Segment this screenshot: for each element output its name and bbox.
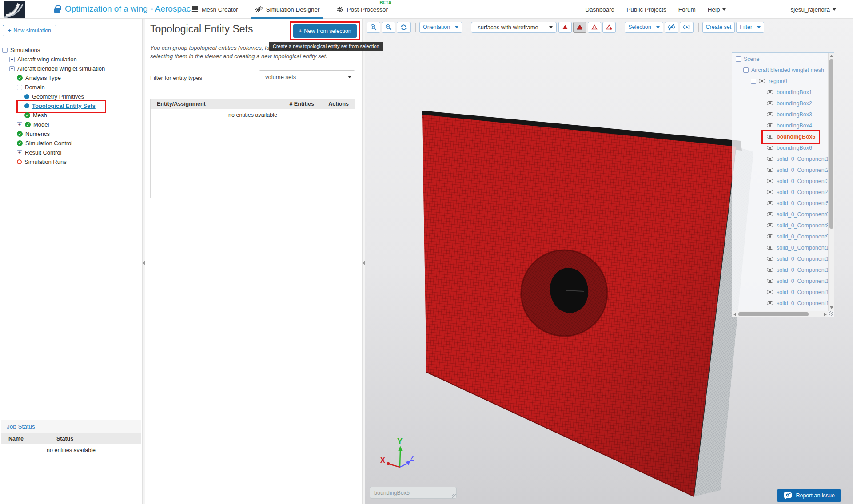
scene-tree-item[interactable]: solid_0_Component2 [732,164,828,175]
scroll-up-icon[interactable] [830,55,833,57]
filter-menu-button[interactable]: Filter [736,22,764,33]
scene-tree-item[interactable]: solid_0_Component4 [732,187,828,198]
tree-item[interactable]: Aircraft wing simulation [0,55,141,64]
visibility-eye-icon[interactable] [767,157,773,161]
visibility-eye-icon[interactable] [767,135,773,139]
scene-tree-item[interactable]: region0 [732,75,828,87]
tree-item[interactable]: Domain [0,83,141,92]
scene-tree-item[interactable]: solid_0_Component11 [732,253,828,264]
nav-dashboard[interactable]: Dashboard [585,6,614,13]
tree-item[interactable]: Simulation Control [0,139,141,148]
show-selected-button[interactable] [680,22,694,33]
entity-type-select[interactable]: volume sets [259,70,355,83]
tab-mesh-creator[interactable]: Mesh Creator [191,0,239,19]
display-mode-select[interactable]: surfaces with wireframe [471,22,557,33]
scroll-right-icon[interactable] [824,313,827,316]
resize-grip-icon[interactable] [829,311,833,316]
orientation-menu-button[interactable]: Orientation [419,22,462,33]
scene-tree-item[interactable]: solid_0_Component6 [732,209,828,220]
scene-tree-item[interactable]: boundingBox1 [732,87,828,98]
expand-toggle-icon[interactable] [17,150,22,155]
visibility-eye-icon[interactable] [767,146,773,150]
mesh-quality-solid-button[interactable] [558,22,572,33]
visibility-eye-icon[interactable] [767,90,773,94]
scene-tree-item[interactable]: boundingBox2 [732,98,828,109]
scene-tree-item[interactable]: boundingBox4 [732,120,828,131]
mesh-quality-outline-alt-button[interactable] [602,22,616,33]
visibility-eye-icon[interactable] [767,290,773,294]
visibility-eye-icon[interactable] [767,268,773,272]
new-simulation-button[interactable]: New simulation [3,25,56,36]
expand-toggle-icon[interactable] [743,67,749,73]
new-from-selection-button[interactable]: New from selection [293,24,357,38]
expand-toggle-icon[interactable] [17,85,22,90]
expand-toggle-icon[interactable] [2,48,8,53]
nav-public-projects[interactable]: Public Projects [626,6,666,13]
scene-tree-item[interactable]: boundingBox3 [732,109,828,120]
scrollbar-thumb[interactable] [829,59,833,229]
scene-tree-item[interactable]: solid_0_Component10 [732,242,828,253]
scene-tree-horizontal-scrollbar[interactable] [732,311,828,317]
zoom-out-button[interactable] [382,22,395,33]
nav-help-menu[interactable]: Help [708,6,726,13]
scene-tree-item[interactable]: solid_0_Component8 [732,220,828,231]
scene-tree-item[interactable]: Aircraft blended winglet mesh [732,64,828,75]
tree-item[interactable]: Model [0,120,141,129]
panel-splitter[interactable] [362,19,365,504]
expand-toggle-icon[interactable] [17,122,22,127]
input-resize-grip-icon[interactable] [452,494,456,498]
zoom-in-button[interactable] [367,22,380,33]
scene-tree-item[interactable]: solid_0_Component13 [732,275,828,286]
viewport-3d[interactable]: Y X Z [365,19,853,504]
scene-tree-vertical-scrollbar[interactable] [828,53,834,311]
user-menu[interactable]: sjesu_rajendra [790,6,836,13]
tree-item[interactable]: Simulations [0,45,141,55]
visibility-eye-icon[interactable] [767,179,773,183]
scene-tree-item[interactable]: boundingBox6 [732,142,828,153]
visibility-eye-icon[interactable] [767,123,773,127]
mesh-quality-solid-active-button[interactable] [573,22,586,33]
report-issue-button[interactable]: Report an issue [777,489,841,502]
scene-tree-item[interactable]: solid_0_Component5 [732,198,828,209]
visibility-eye-icon[interactable] [767,101,773,105]
nav-forum[interactable]: Forum [678,6,696,13]
scene-tree-item[interactable]: solid_0_Component12 [732,264,828,275]
tree-item[interactable]: Mesh [0,111,141,120]
tree-item[interactable]: Simulation Runs [0,157,141,167]
scene-tree-item[interactable]: Scene [732,53,828,64]
expand-toggle-icon[interactable] [9,57,15,62]
scene-tree-item[interactable]: solid_0_Component9 [732,231,828,242]
sidebar-splitter[interactable] [142,19,145,504]
collapse-grip-icon[interactable] [143,261,145,265]
visibility-eye-icon[interactable] [767,223,773,227]
tree-item[interactable]: Analysis Type [0,73,141,83]
mesh-quality-outline-button[interactable] [588,22,601,33]
visibility-eye-icon[interactable] [767,190,773,194]
tree-item[interactable]: Numerics [0,129,141,139]
visibility-eye-icon[interactable] [767,234,773,238]
visibility-eye-icon[interactable] [767,246,773,250]
refresh-view-button[interactable] [397,22,411,33]
visibility-eye-icon[interactable] [767,112,773,116]
visibility-eye-icon[interactable] [767,168,773,172]
visibility-eye-icon[interactable] [759,79,765,83]
visibility-eye-icon[interactable] [767,301,773,305]
expand-toggle-icon[interactable] [751,79,756,84]
tree-item[interactable]: Topological Entity Sets [0,101,141,111]
scroll-down-icon[interactable] [830,306,833,309]
visibility-eye-icon[interactable] [767,279,773,283]
expand-toggle-icon[interactable] [9,66,15,71]
scene-tree-item[interactable]: solid_0_Component1 [732,153,828,164]
tree-item[interactable]: Aircraft blended winglet simulation [0,64,141,73]
scrollbar-thumb[interactable] [738,312,809,316]
scroll-left-icon[interactable] [733,313,736,316]
tab-post-processor[interactable]: Post-Processor BETA [336,0,389,19]
tree-item[interactable]: Geometry Primitives [0,92,141,101]
hide-selected-button[interactable] [665,22,678,33]
visibility-eye-icon[interactable] [767,201,773,205]
create-set-button[interactable]: Create set [702,22,735,33]
collapse-grip-icon[interactable] [363,261,365,265]
scene-tree-item[interactable]: solid_0_Component3 [732,175,828,187]
visibility-eye-icon[interactable] [767,212,773,216]
scene-tree-item[interactable]: solid_0_Component14 [732,286,828,298]
